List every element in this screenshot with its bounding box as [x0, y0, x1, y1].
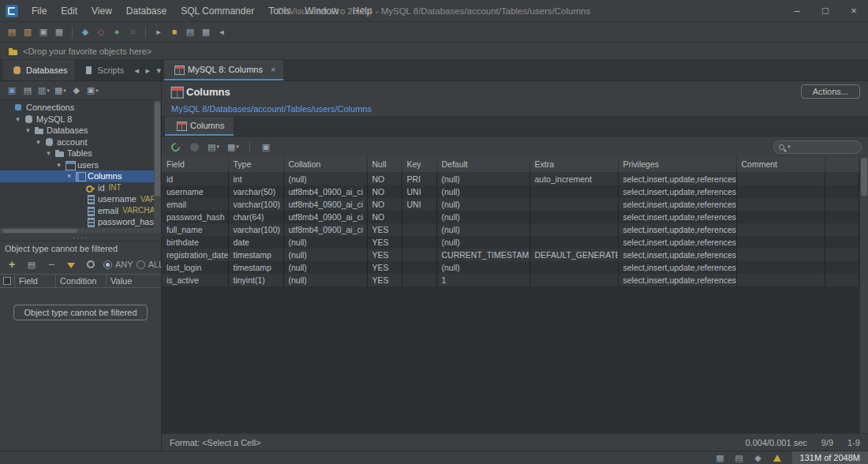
menu-sql-commander[interactable]: SQL Commander [174, 0, 261, 22]
pointer-icon[interactable]: ◂ [215, 24, 229, 40]
chevron-down-icon[interactable]: ▾ [54, 161, 63, 169]
cell-comment[interactable] [736, 211, 825, 223]
tree-options-icon[interactable]: ▣▾ [85, 83, 100, 99]
cell-key[interactable]: UNI [402, 198, 436, 211]
cell-comment[interactable] [736, 274, 825, 286]
grid-view-icon[interactable]: ▦ [199, 24, 213, 40]
import-icon[interactable]: ▥ [21, 24, 35, 40]
table-row[interactable]: usernamevarchar(50)utf8mb4_0900_ai_ciNOU… [162, 185, 859, 198]
column-header-field[interactable]: Field [162, 157, 228, 172]
tree-item-email[interactable]: emailVARCHA [0, 205, 154, 217]
table-row[interactable]: idint(null)NOPRI(null)auto_incrementsele… [162, 172, 859, 185]
column-header-comment[interactable]: Comment [736, 157, 825, 172]
tree-item-connections[interactable]: Connections [0, 102, 154, 114]
tree-view-icon[interactable]: ▤ [183, 24, 197, 40]
cell-spacer[interactable] [825, 236, 859, 249]
cell-key[interactable] [402, 223, 436, 236]
table-row[interactable]: emailvarchar(100)utf8mb4_0900_ai_ciNOUNI… [162, 198, 859, 211]
cell-field[interactable]: email [162, 198, 228, 211]
grid-view-mode-icon[interactable]: ▦▾ [226, 139, 241, 155]
scroll-tabs-left-icon[interactable]: ◂ [131, 62, 142, 78]
menu-view[interactable]: View [84, 0, 119, 22]
cell-key[interactable]: UNI [402, 185, 436, 198]
cell-type[interactable]: varchar(100) [228, 223, 283, 236]
close-tab-icon[interactable]: × [271, 65, 275, 74]
cell-privileges[interactable]: select,insert,update,references [618, 185, 736, 198]
tab-columns-inner[interactable]: Columns [165, 117, 234, 136]
tree-item-username[interactable]: usernameVARC [0, 193, 154, 205]
filter-funnel-icon[interactable] [64, 256, 78, 272]
column-header-null[interactable]: Null [367, 157, 402, 172]
column-header-spacer[interactable] [825, 157, 859, 172]
cell-type[interactable]: int [228, 172, 283, 185]
cell-null[interactable]: YES [367, 223, 402, 236]
cell-spacer[interactable] [825, 172, 859, 185]
cell-spacer[interactable] [825, 198, 859, 211]
tree-horizontal-scrollbar[interactable] [0, 228, 161, 234]
remove-filter-icon[interactable] [44, 256, 58, 272]
cell-spacer[interactable] [825, 223, 859, 236]
cell-privileges[interactable]: select,insert,update,references [618, 249, 736, 261]
cell-comment[interactable] [736, 185, 825, 198]
cell-default[interactable]: (null) [436, 172, 529, 185]
menu-edit[interactable]: Edit [54, 0, 84, 22]
cell-privileges[interactable]: select,insert,update,references [618, 274, 736, 286]
chevron-down-icon[interactable]: ▾ [13, 115, 22, 123]
sql-commander-icon[interactable]: ▸ [152, 24, 166, 40]
stop-icon[interactable] [187, 139, 201, 155]
close-button[interactable]: × [840, 0, 868, 21]
all-radio[interactable] [137, 260, 145, 269]
cell-field[interactable]: last_login [162, 261, 228, 274]
filter-disabled-button[interactable]: Object type cannot be filtered [13, 305, 147, 320]
tab-databases[interactable]: Databases [3, 60, 75, 80]
cell-comment[interactable] [736, 236, 825, 249]
cell-null[interactable]: NO [367, 185, 402, 198]
sort-tree-icon[interactable]: ▦▾ [53, 83, 68, 99]
table-row[interactable]: full_namevarchar(100)utf8mb4_0900_ai_ciY… [162, 223, 859, 236]
chevron-down-icon[interactable]: ▾ [24, 126, 32, 134]
column-header-key[interactable]: Key [402, 157, 436, 172]
cell-spacer[interactable] [825, 249, 859, 261]
collapse-all-icon[interactable]: ◆ [69, 83, 84, 99]
cell-field[interactable]: username [162, 185, 228, 198]
copy-selection-icon[interactable]: ▣ [259, 139, 273, 155]
table-row[interactable]: is_activetinyint(1)(null)YES1select,inse… [162, 274, 859, 286]
cell-null[interactable]: NO [367, 172, 402, 185]
breadcrumb[interactable]: MySQL 8/Databases/account/Tables/users/C… [162, 102, 868, 116]
connect-icon[interactable]: ◆ [78, 24, 92, 40]
save-icon[interactable]: ▣ [36, 24, 51, 40]
cell-null[interactable]: YES [367, 236, 402, 249]
actions-button[interactable]: Actions... [801, 84, 860, 99]
cell-field[interactable]: password_hash [162, 211, 228, 223]
cell-type[interactable]: char(64) [228, 211, 283, 223]
column-header-privileges[interactable]: Privileges [618, 157, 736, 172]
tree-item-id[interactable]: idINT [0, 182, 154, 194]
menu-database[interactable]: Database [119, 0, 174, 22]
cell-spacer[interactable] [825, 261, 859, 274]
scroll-tabs-right-icon[interactable]: ▸ [142, 62, 153, 78]
filter-settings-icon[interactable] [84, 256, 98, 272]
cell-default[interactable]: (null) [436, 261, 529, 274]
cell-privileges[interactable]: select,insert,update,references [618, 223, 736, 236]
create-connection-icon[interactable]: ▤ [21, 83, 35, 99]
cell-field[interactable]: birthdate [162, 236, 228, 249]
cell-type[interactable]: timestamp [228, 249, 283, 261]
status-grid-icon[interactable]: ▦ [713, 450, 728, 464]
cell-key[interactable] [402, 211, 436, 223]
cell-extra[interactable] [529, 236, 618, 249]
cell-extra[interactable] [529, 198, 618, 211]
memory-indicator[interactable]: 131M of 2048M [792, 451, 868, 464]
cell-comment[interactable] [736, 172, 825, 185]
tree-item-mysql-8[interactable]: ▾MySQL 8 [0, 114, 154, 125]
tab-scripts[interactable]: Scripts [75, 60, 132, 80]
refresh-tree-icon[interactable]: ▣ [5, 83, 19, 99]
tree-item-password-hash[interactable]: password_hash [0, 216, 154, 228]
maximize-button[interactable]: □ [811, 0, 840, 21]
cell-privileges[interactable]: select,insert,update,references [618, 236, 736, 249]
cell-default[interactable]: (null) [436, 236, 529, 249]
cell-extra[interactable] [529, 261, 618, 274]
cell-collation[interactable]: utf8mb4_0900_ai_ci [283, 211, 367, 223]
cell-comment[interactable] [736, 223, 825, 236]
cell-key[interactable] [402, 261, 436, 274]
chevron-down-icon[interactable]: ▾ [44, 149, 53, 157]
